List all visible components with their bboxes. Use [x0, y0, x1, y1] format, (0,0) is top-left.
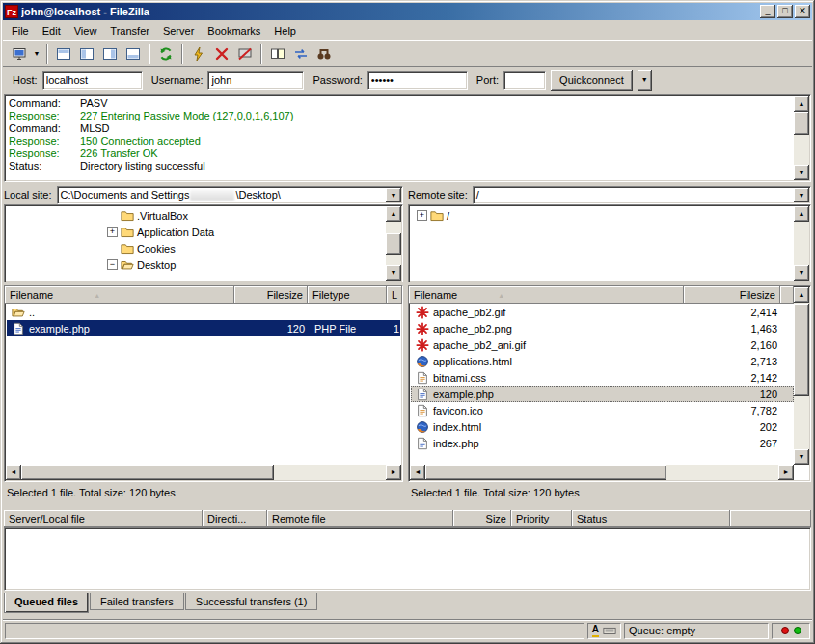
- file-row[interactable]: bitnami.css 2,142: [411, 369, 794, 386]
- column-server-local-file[interactable]: Server/Local file: [4, 510, 203, 527]
- file-row[interactable]: index.php 267: [411, 435, 794, 451]
- file-row[interactable]: apache_pb2.png 1,463: [411, 320, 794, 336]
- menu-server[interactable]: Server: [156, 22, 201, 40]
- toggle-queue-button[interactable]: [122, 43, 145, 65]
- synchronized-browsing-button[interactable]: [289, 43, 312, 65]
- host-input[interactable]: [42, 71, 143, 90]
- remote-list-vscrollbar[interactable]: ▲ ▼: [794, 287, 809, 465]
- menu-transfer[interactable]: Transfer: [103, 22, 156, 40]
- column-filesize[interactable]: Filesize: [234, 286, 308, 304]
- menu-bookmarks[interactable]: Bookmarks: [201, 22, 267, 40]
- scroll-right-icon[interactable]: ►: [386, 465, 401, 480]
- scroll-down-icon[interactable]: ▼: [794, 449, 809, 465]
- file-row[interactable]: favicon.ico 7,782: [411, 402, 794, 418]
- file-row[interactable]: apache_pb2.gif 2,414: [411, 304, 794, 320]
- message-log: Command:PASV Response:227 Entering Passi…: [4, 94, 811, 182]
- quickconnect-dropdown-icon[interactable]: ▼: [638, 70, 652, 91]
- scrollbar-thumb[interactable]: [794, 304, 809, 396]
- queue-status-panel: Queue: empty: [624, 623, 769, 639]
- directory-comparison-button[interactable]: [266, 43, 289, 65]
- file-row-example-php[interactable]: example.php 120 PHP File 1: [7, 320, 400, 336]
- scroll-right-icon[interactable]: ►: [778, 465, 794, 480]
- password-label: Password:: [312, 74, 362, 86]
- scrollbar-thumb[interactable]: [794, 112, 809, 135]
- combo-dropdown-icon[interactable]: ▼: [794, 188, 809, 202]
- minimize-button[interactable]: _: [760, 5, 775, 18]
- column-remote-file[interactable]: Remote file: [267, 510, 453, 527]
- column-status[interactable]: Status: [572, 510, 730, 527]
- tab-queued-files[interactable]: Queued files: [4, 593, 89, 613]
- transfer-queue-list[interactable]: [4, 527, 811, 591]
- local-path-combobox[interactable]: C:\Documents and Settings\Desktop\ ▼: [57, 186, 403, 204]
- column-direction[interactable]: Directi...: [203, 510, 267, 527]
- file-row[interactable]: applications.html 2,713: [411, 353, 794, 369]
- close-button[interactable]: ✕: [795, 5, 810, 18]
- tree-item-cookies[interactable]: Cookies: [7, 240, 385, 256]
- toggle-message-log-button[interactable]: [52, 43, 75, 65]
- menu-bar: File Edit View Transfer Server Bookmarks…: [3, 21, 812, 40]
- menu-view[interactable]: View: [68, 22, 104, 40]
- scroll-down-icon[interactable]: ▼: [386, 265, 401, 281]
- file-row[interactable]: index.html 202: [411, 418, 794, 435]
- remote-list-hscrollbar[interactable]: ◄ ►: [410, 465, 794, 480]
- find-files-button[interactable]: [312, 43, 336, 65]
- menu-help[interactable]: Help: [267, 22, 303, 40]
- expand-icon[interactable]: +: [107, 227, 118, 237]
- disconnect-button[interactable]: [233, 43, 257, 65]
- maximize-button[interactable]: □: [777, 5, 793, 18]
- site-manager-button[interactable]: [8, 43, 31, 65]
- column-size[interactable]: Size: [453, 510, 511, 527]
- scroll-left-icon[interactable]: ◄: [410, 465, 425, 480]
- title-bar[interactable]: Fz john@localhost - FileZilla _ □ ✕: [3, 3, 812, 20]
- remote-tree-scrollbar[interactable]: ▲ ▼: [794, 206, 809, 281]
- local-list-hscrollbar[interactable]: ◄ ►: [6, 465, 401, 480]
- column-last-modified[interactable]: L: [387, 286, 402, 304]
- scroll-left-icon[interactable]: ◄: [6, 465, 21, 480]
- tab-failed-transfers[interactable]: Failed transfers: [90, 593, 184, 610]
- file-row-example-php[interactable]: example.php 120: [411, 386, 794, 402]
- scroll-up-icon[interactable]: ▲: [794, 206, 809, 222]
- tree-item-virtualbox[interactable]: .VirtualBox: [7, 207, 385, 224]
- scrollbar-thumb[interactable]: [386, 233, 401, 255]
- column-filename[interactable]: Filename ▲: [5, 286, 234, 304]
- tree-item-application-data[interactable]: + Application Data: [7, 224, 385, 240]
- port-input[interactable]: [503, 71, 546, 90]
- process-queue-button[interactable]: [187, 43, 210, 65]
- tab-successful-transfers[interactable]: Successful transfers (1): [185, 593, 318, 610]
- site-manager-dropdown-icon[interactable]: ▼: [31, 43, 42, 65]
- menu-edit[interactable]: Edit: [36, 22, 68, 40]
- remote-path-combobox[interactable]: / ▼: [473, 186, 811, 204]
- tree-item-root[interactable]: + /: [411, 207, 793, 224]
- statusbar-spacer-panel: [5, 623, 584, 639]
- file-row-parent-dir[interactable]: ..: [7, 304, 400, 320]
- scroll-up-icon[interactable]: ▲: [794, 287, 809, 303]
- quickconnect-button[interactable]: Quickconnect: [551, 70, 633, 91]
- refresh-button[interactable]: [154, 43, 177, 65]
- column-filesize[interactable]: Filesize: [684, 286, 780, 304]
- column-filename[interactable]: Filename ▲: [409, 286, 684, 304]
- password-input[interactable]: [367, 71, 468, 90]
- column-priority[interactable]: Priority: [511, 510, 572, 527]
- port-label: Port:: [476, 74, 499, 86]
- column-filler: [730, 510, 811, 527]
- local-tree-scrollbar[interactable]: ▲ ▼: [386, 206, 401, 281]
- scroll-down-icon[interactable]: ▼: [794, 165, 809, 180]
- log-scrollbar[interactable]: ▲ ▼: [794, 96, 809, 180]
- toggle-remote-tree-button[interactable]: [98, 43, 122, 65]
- collapse-icon[interactable]: −: [107, 259, 118, 270]
- scroll-up-icon[interactable]: ▲: [794, 96, 809, 112]
- scroll-up-icon[interactable]: ▲: [386, 206, 401, 222]
- menu-file[interactable]: File: [5, 22, 36, 40]
- toggle-local-tree-button[interactable]: [75, 43, 98, 65]
- column-filetype[interactable]: Filetype: [308, 286, 387, 304]
- username-input[interactable]: [207, 71, 304, 90]
- scroll-down-icon[interactable]: ▼: [794, 265, 809, 281]
- queue-header: Server/Local file Directi... Remote file…: [4, 510, 811, 527]
- combo-dropdown-icon[interactable]: ▼: [386, 188, 401, 202]
- scrollbar-thumb[interactable]: [425, 465, 666, 480]
- scrollbar-thumb[interactable]: [21, 465, 274, 480]
- expand-icon[interactable]: +: [417, 210, 427, 221]
- cancel-operation-button[interactable]: [210, 43, 233, 65]
- tree-item-desktop[interactable]: − Desktop: [7, 256, 385, 273]
- file-row[interactable]: apache_pb2_ani.gif 2,160: [411, 336, 794, 353]
